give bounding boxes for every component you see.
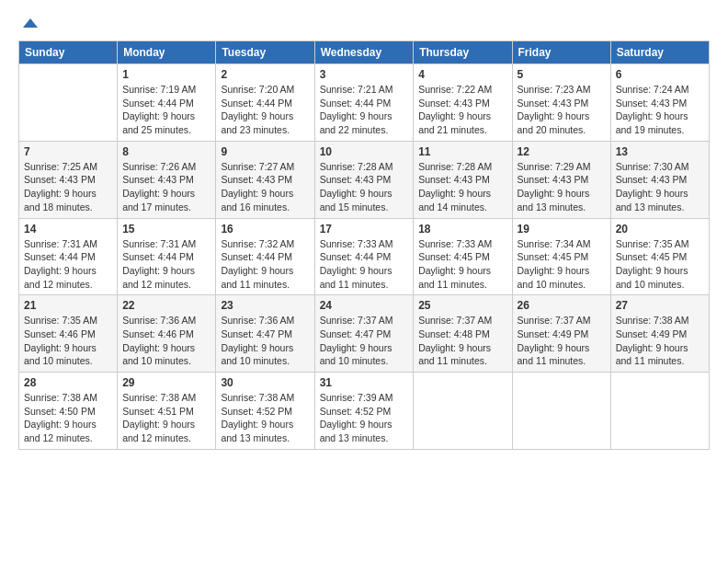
- page-container: Sunday Monday Tuesday Wednesday Thursday…: [0, 0, 728, 459]
- calendar-cell: 24Sunrise: 7:37 AMSunset: 4:47 PMDayligh…: [314, 295, 414, 373]
- day-info: Sunrise: 7:26 AMSunset: 4:43 PMDaylight:…: [122, 160, 210, 214]
- day-info: Sunrise: 7:21 AMSunset: 4:44 PMDaylight:…: [320, 83, 409, 137]
- day-info: Sunrise: 7:24 AMSunset: 4:43 PMDaylight:…: [616, 83, 704, 137]
- calendar-cell: 11Sunrise: 7:28 AMSunset: 4:43 PMDayligh…: [414, 141, 512, 218]
- day-info: Sunrise: 7:35 AMSunset: 4:45 PMDaylight:…: [616, 237, 704, 292]
- calendar-cell: 6Sunrise: 7:24 AMSunset: 4:43 PMDaylight…: [610, 64, 709, 142]
- day-info: Sunrise: 7:37 AMSunset: 4:49 PMDaylight:…: [518, 314, 606, 368]
- day-info: Sunrise: 7:37 AMSunset: 4:48 PMDaylight:…: [418, 314, 506, 368]
- day-info: Sunrise: 7:27 AMSunset: 4:43 PMDaylight:…: [221, 160, 309, 214]
- day-number: 20: [616, 223, 704, 236]
- calendar-cell: 16Sunrise: 7:32 AMSunset: 4:44 PMDayligh…: [216, 218, 314, 295]
- logo: [18, 15, 38, 31]
- calendar-cell: 21Sunrise: 7:35 AMSunset: 4:46 PMDayligh…: [19, 295, 118, 373]
- calendar-cell: 18Sunrise: 7:33 AMSunset: 4:45 PMDayligh…: [414, 218, 512, 295]
- day-number: 8: [122, 145, 210, 158]
- calendar-cell: 23Sunrise: 7:36 AMSunset: 4:47 PMDayligh…: [216, 295, 314, 373]
- day-number: 4: [418, 68, 506, 81]
- calendar-cell: [610, 373, 709, 450]
- calendar-cell: 7Sunrise: 7:25 AMSunset: 4:43 PMDaylight…: [19, 141, 118, 218]
- header-row: [18, 15, 710, 31]
- day-info: Sunrise: 7:31 AMSunset: 4:44 PMDaylight:…: [122, 237, 210, 292]
- header-friday: Friday: [512, 41, 610, 64]
- calendar-cell: 28Sunrise: 7:38 AMSunset: 4:50 PMDayligh…: [19, 373, 118, 450]
- day-number: 6: [616, 68, 704, 81]
- day-number: 15: [122, 223, 210, 236]
- calendar-cell: 14Sunrise: 7:31 AMSunset: 4:44 PMDayligh…: [19, 218, 118, 295]
- day-number: 26: [518, 299, 606, 312]
- calendar-cell: 17Sunrise: 7:33 AMSunset: 4:44 PMDayligh…: [314, 218, 414, 295]
- day-info: Sunrise: 7:36 AMSunset: 4:46 PMDaylight:…: [122, 314, 210, 368]
- calendar-cell: 10Sunrise: 7:28 AMSunset: 4:43 PMDayligh…: [314, 141, 414, 218]
- calendar-cell: 8Sunrise: 7:26 AMSunset: 4:43 PMDaylight…: [118, 141, 216, 218]
- day-info: Sunrise: 7:39 AMSunset: 4:52 PMDaylight:…: [320, 391, 409, 445]
- calendar-cell: 29Sunrise: 7:38 AMSunset: 4:51 PMDayligh…: [118, 373, 216, 450]
- calendar-cell: 9Sunrise: 7:27 AMSunset: 4:43 PMDaylight…: [216, 141, 314, 218]
- day-number: 21: [24, 299, 112, 312]
- day-info: Sunrise: 7:33 AMSunset: 4:44 PMDaylight:…: [320, 237, 409, 292]
- calendar-cell: 31Sunrise: 7:39 AMSunset: 4:52 PMDayligh…: [314, 373, 414, 450]
- day-number: 22: [122, 299, 210, 312]
- day-number: 19: [518, 223, 606, 236]
- calendar-cell: 12Sunrise: 7:29 AMSunset: 4:43 PMDayligh…: [512, 141, 610, 218]
- logo-bird-icon: [21, 15, 38, 31]
- calendar-cell: 20Sunrise: 7:35 AMSunset: 4:45 PMDayligh…: [610, 218, 709, 295]
- day-number: 7: [24, 145, 112, 158]
- calendar-cell: 30Sunrise: 7:38 AMSunset: 4:52 PMDayligh…: [216, 373, 314, 450]
- day-number: 12: [518, 145, 606, 158]
- header-monday: Monday: [118, 41, 216, 64]
- weekday-header-row: Sunday Monday Tuesday Wednesday Thursday…: [19, 41, 710, 64]
- day-info: Sunrise: 7:30 AMSunset: 4:43 PMDaylight:…: [616, 160, 704, 214]
- day-info: Sunrise: 7:22 AMSunset: 4:43 PMDaylight:…: [418, 83, 506, 137]
- calendar-cell: [414, 373, 512, 450]
- calendar-week-row: 1Sunrise: 7:19 AMSunset: 4:44 PMDaylight…: [19, 64, 710, 142]
- day-info: Sunrise: 7:32 AMSunset: 4:44 PMDaylight:…: [221, 237, 309, 292]
- day-number: 5: [518, 68, 606, 81]
- day-info: Sunrise: 7:28 AMSunset: 4:43 PMDaylight:…: [418, 160, 506, 214]
- day-info: Sunrise: 7:33 AMSunset: 4:45 PMDaylight:…: [418, 237, 506, 292]
- day-number: 28: [24, 376, 112, 389]
- calendar-cell: 26Sunrise: 7:37 AMSunset: 4:49 PMDayligh…: [512, 295, 610, 373]
- header-thursday: Thursday: [414, 41, 512, 64]
- day-number: 30: [221, 376, 309, 389]
- calendar-cell: 22Sunrise: 7:36 AMSunset: 4:46 PMDayligh…: [118, 295, 216, 373]
- day-info: Sunrise: 7:38 AMSunset: 4:52 PMDaylight:…: [221, 391, 309, 445]
- day-info: Sunrise: 7:35 AMSunset: 4:46 PMDaylight:…: [24, 314, 112, 368]
- calendar-cell: 15Sunrise: 7:31 AMSunset: 4:44 PMDayligh…: [118, 218, 216, 295]
- day-number: 24: [320, 299, 409, 312]
- day-number: 14: [24, 223, 112, 236]
- day-info: Sunrise: 7:29 AMSunset: 4:43 PMDaylight:…: [518, 160, 606, 214]
- day-info: Sunrise: 7:36 AMSunset: 4:47 PMDaylight:…: [221, 314, 309, 368]
- calendar-cell: 1Sunrise: 7:19 AMSunset: 4:44 PMDaylight…: [118, 64, 216, 142]
- calendar-week-row: 28Sunrise: 7:38 AMSunset: 4:50 PMDayligh…: [19, 373, 710, 450]
- day-info: Sunrise: 7:38 AMSunset: 4:49 PMDaylight:…: [616, 314, 704, 368]
- day-number: 17: [320, 223, 409, 236]
- calendar-table: Sunday Monday Tuesday Wednesday Thursday…: [18, 40, 710, 450]
- day-number: 10: [320, 145, 409, 158]
- calendar-cell: 25Sunrise: 7:37 AMSunset: 4:48 PMDayligh…: [414, 295, 512, 373]
- calendar-week-row: 7Sunrise: 7:25 AMSunset: 4:43 PMDaylight…: [19, 141, 710, 218]
- day-number: 31: [320, 376, 409, 389]
- header-saturday: Saturday: [610, 41, 709, 64]
- day-info: Sunrise: 7:38 AMSunset: 4:51 PMDaylight:…: [122, 391, 210, 445]
- day-number: 18: [418, 223, 506, 236]
- header-tuesday: Tuesday: [216, 41, 314, 64]
- day-number: 29: [122, 376, 210, 389]
- calendar-cell: 13Sunrise: 7:30 AMSunset: 4:43 PMDayligh…: [610, 141, 709, 218]
- header-sunday: Sunday: [19, 41, 118, 64]
- day-info: Sunrise: 7:20 AMSunset: 4:44 PMDaylight:…: [221, 83, 309, 137]
- day-info: Sunrise: 7:23 AMSunset: 4:43 PMDaylight:…: [518, 83, 606, 137]
- calendar-week-row: 14Sunrise: 7:31 AMSunset: 4:44 PMDayligh…: [19, 218, 710, 295]
- day-info: Sunrise: 7:34 AMSunset: 4:45 PMDaylight:…: [518, 237, 606, 292]
- day-number: 16: [221, 223, 309, 236]
- day-number: 23: [221, 299, 309, 312]
- calendar-cell: 19Sunrise: 7:34 AMSunset: 4:45 PMDayligh…: [512, 218, 610, 295]
- day-number: 2: [221, 68, 309, 81]
- day-info: Sunrise: 7:19 AMSunset: 4:44 PMDaylight:…: [122, 83, 210, 137]
- header-wednesday: Wednesday: [314, 41, 414, 64]
- calendar-cell: 5Sunrise: 7:23 AMSunset: 4:43 PMDaylight…: [512, 64, 610, 142]
- calendar-week-row: 21Sunrise: 7:35 AMSunset: 4:46 PMDayligh…: [19, 295, 710, 373]
- calendar-cell: [19, 64, 118, 142]
- day-number: 11: [418, 145, 506, 158]
- calendar-cell: 27Sunrise: 7:38 AMSunset: 4:49 PMDayligh…: [610, 295, 709, 373]
